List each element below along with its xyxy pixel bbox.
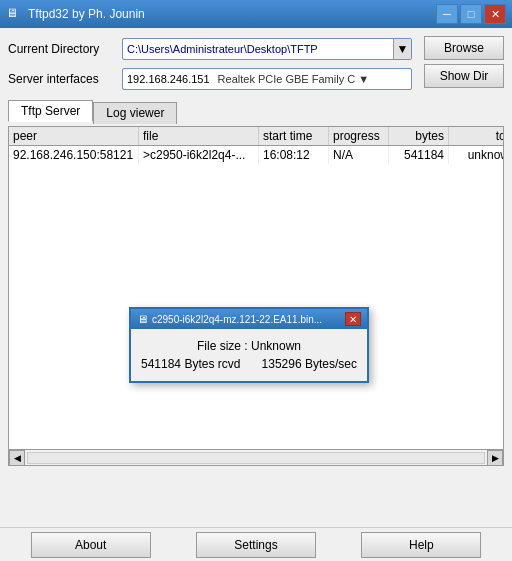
close-button[interactable]: ✕ xyxy=(484,4,506,24)
maximize-button[interactable]: □ xyxy=(460,4,482,24)
cell-start-time: 16:08:12 xyxy=(259,146,329,164)
dialog-close-button[interactable]: ✕ xyxy=(345,312,361,326)
server-ip: 192.168.246.151 xyxy=(127,73,210,85)
scroll-right-button[interactable]: ▶ xyxy=(487,450,503,466)
main-content: peer file start time progress bytes tot … xyxy=(8,126,504,466)
show-dir-button[interactable]: Show Dir xyxy=(424,64,504,88)
top-left: Current Directory C:\Users\Administrateu… xyxy=(8,36,412,92)
current-dir-input[interactable]: C:\Users\Administrateur\Desktop\TFTP ▼ xyxy=(122,38,412,60)
table-container: peer file start time progress bytes tot … xyxy=(8,126,504,450)
browse-button[interactable]: Browse xyxy=(424,36,504,60)
dialog-title-text: c2950-i6k2l2q4-mz.121-22.EA11.bin... xyxy=(152,314,322,325)
col-header-tot: tot xyxy=(449,127,504,145)
cell-tot: unknow xyxy=(449,146,504,164)
dialog-speed: 135296 Bytes/sec xyxy=(262,357,357,371)
col-header-progress: progress xyxy=(329,127,389,145)
settings-button[interactable]: Settings xyxy=(196,532,316,558)
col-header-file: file xyxy=(139,127,259,145)
current-dir-value: C:\Users\Administrateur\Desktop\TFTP xyxy=(123,43,393,55)
title-bar: 🖥 Tftpd32 by Ph. Jounin ─ □ ✕ xyxy=(0,0,512,28)
window-title: Tftpd32 by Ph. Jounin xyxy=(28,7,145,21)
dialog-title-bar: 🖥 c2950-i6k2l2q4-mz.121-22.EA11.bin... ✕ xyxy=(131,309,367,329)
tab-tftp-server[interactable]: Tftp Server xyxy=(8,100,93,122)
dialog-stats-row: 541184 Bytes rcvd 135296 Bytes/sec xyxy=(141,357,357,371)
dialog-body: File size : Unknown 541184 Bytes rcvd 13… xyxy=(131,329,367,381)
top-section: Current Directory C:\Users\Administrateu… xyxy=(8,36,504,92)
cell-progress: N/A xyxy=(329,146,389,164)
current-dir-row: Current Directory C:\Users\Administrateu… xyxy=(8,36,412,62)
cell-bytes: 541184 xyxy=(389,146,449,164)
window-body: Current Directory C:\Users\Administrateu… xyxy=(0,28,512,474)
cell-file: >c2950-i6k2l2q4-... xyxy=(139,146,259,164)
minimize-button[interactable]: ─ xyxy=(436,4,458,24)
server-adapter: Realtek PCIe GBE Family C ▼ xyxy=(218,73,369,85)
tabs: Tftp Server Log viewer xyxy=(8,100,504,122)
app-icon: 🖥 xyxy=(6,6,22,22)
help-button[interactable]: Help xyxy=(361,532,481,558)
scrollbar-track[interactable] xyxy=(27,452,485,464)
cell-peer: 92.168.246.150:58121 xyxy=(9,146,139,164)
window-controls: ─ □ ✕ xyxy=(436,4,506,24)
scroll-left-button[interactable]: ◀ xyxy=(9,450,25,466)
right-buttons: Browse Show Dir xyxy=(424,36,504,92)
current-dir-label: Current Directory xyxy=(8,42,116,56)
server-interfaces-row: Server interfaces 192.168.246.151 Realte… xyxy=(8,66,412,92)
tab-log-viewer[interactable]: Log viewer xyxy=(93,102,177,124)
dialog-bytes-rcvd: 541184 Bytes rcvd xyxy=(141,357,240,371)
transfer-dialog: 🖥 c2950-i6k2l2q4-mz.121-22.EA11.bin... ✕… xyxy=(129,307,369,383)
table-row: 92.168.246.150:58121 >c2950-i6k2l2q4-...… xyxy=(9,146,503,164)
server-interfaces-label: Server interfaces xyxy=(8,72,116,86)
table-header: peer file start time progress bytes tot xyxy=(9,127,503,146)
col-header-peer: peer xyxy=(9,127,139,145)
bottom-bar: About Settings Help xyxy=(0,527,512,561)
dialog-file-size: File size : Unknown xyxy=(141,339,357,353)
dialog-icon: 🖥 xyxy=(137,313,148,325)
server-ip-display[interactable]: 192.168.246.151 Realtek PCIe GBE Family … xyxy=(122,68,412,90)
col-header-start: start time xyxy=(259,127,329,145)
horizontal-scrollbar[interactable]: ◀ ▶ xyxy=(8,450,504,466)
about-button[interactable]: About xyxy=(31,532,151,558)
col-header-bytes: bytes xyxy=(389,127,449,145)
current-dir-dropdown[interactable]: ▼ xyxy=(393,38,411,60)
